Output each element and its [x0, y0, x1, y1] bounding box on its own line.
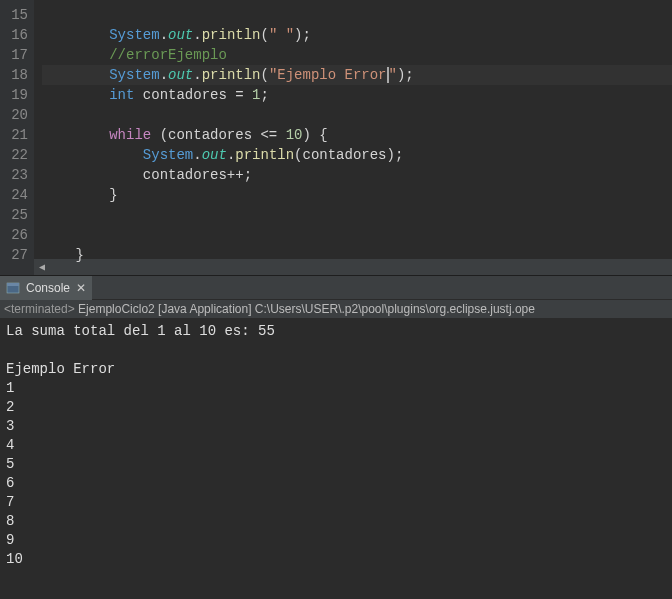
- svg-rect-1: [7, 283, 19, 286]
- line-number: 25: [6, 205, 28, 225]
- line-number: 19: [6, 85, 28, 105]
- code-line[interactable]: contadores++;: [42, 165, 672, 185]
- code-line[interactable]: int contadores = 1;: [42, 85, 672, 105]
- code-line[interactable]: }: [42, 185, 672, 205]
- line-number: 21: [6, 125, 28, 145]
- line-number: 22: [6, 145, 28, 165]
- code-editor[interactable]: 15161718192021222324252627 System.out.pr…: [0, 0, 672, 275]
- line-number-gutter: 15161718192021222324252627: [0, 0, 34, 275]
- console-panel: Console ✕ <terminated> EjemploCiclo2 [Ja…: [0, 275, 672, 573]
- console-output[interactable]: La suma total del 1 al 10 es: 55 Ejemplo…: [0, 318, 672, 573]
- code-area[interactable]: System.out.println(" "); //errorEjemplo …: [34, 0, 672, 275]
- code-line[interactable]: [42, 5, 672, 25]
- line-number: 16: [6, 25, 28, 45]
- code-line[interactable]: System.out.println(" ");: [42, 25, 672, 45]
- line-number: 23: [6, 165, 28, 185]
- close-icon[interactable]: ✕: [76, 281, 86, 295]
- code-line[interactable]: while (contadores <= 10) {: [42, 125, 672, 145]
- line-number: 18: [6, 65, 28, 85]
- code-line[interactable]: //errorEjemplo: [42, 45, 672, 65]
- code-line[interactable]: [42, 225, 672, 245]
- line-number: 27: [6, 245, 28, 265]
- line-number: 17: [6, 45, 28, 65]
- code-line[interactable]: [42, 105, 672, 125]
- line-number: 26: [6, 225, 28, 245]
- tab-console-label: Console: [26, 281, 70, 295]
- console-icon: [6, 281, 20, 295]
- line-number: 20: [6, 105, 28, 125]
- launch-config-text: EjemploCiclo2 [Java Application] C:\User…: [75, 302, 535, 316]
- code-line[interactable]: [42, 205, 672, 225]
- panel-tab-bar: Console ✕: [0, 276, 672, 300]
- tab-console[interactable]: Console ✕: [0, 276, 92, 300]
- horizontal-scrollbar[interactable]: ◀: [34, 259, 672, 275]
- terminated-label: <terminated>: [4, 302, 75, 316]
- console-status-line: <terminated> EjemploCiclo2 [Java Applica…: [0, 300, 672, 318]
- line-number: 15: [6, 5, 28, 25]
- code-line[interactable]: System.out.println("Ejemplo Error");: [42, 65, 672, 85]
- line-number: 24: [6, 185, 28, 205]
- code-line[interactable]: System.out.println(contadores);: [42, 145, 672, 165]
